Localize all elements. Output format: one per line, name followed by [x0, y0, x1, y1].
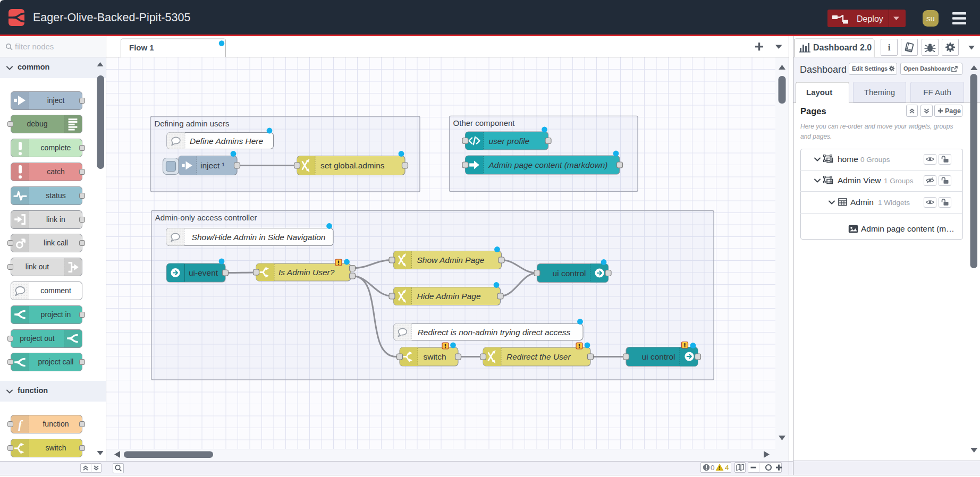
svg-text:Admin page content (markdown): Admin page content (markdown) — [488, 160, 608, 169]
svg-text:Defining admin users: Defining admin users — [155, 119, 230, 128]
svg-text:Layout: Layout — [806, 88, 832, 97]
svg-text:user profile: user profile — [489, 137, 530, 146]
svg-text:Deploy: Deploy — [857, 14, 883, 23]
svg-text:Page: Page — [945, 107, 961, 115]
svg-text:Redirect is non-admin trying d: Redirect is non-admin trying direct acce… — [418, 328, 571, 337]
svg-text:filter nodes: filter nodes — [15, 42, 54, 51]
svg-text:Redirect the User: Redirect the User — [506, 352, 571, 361]
svg-text:Show/Hide Admin in Side Naviga: Show/Hide Admin in Side Navigation — [192, 233, 326, 242]
svg-text:ui control: ui control — [642, 352, 675, 361]
svg-text:Dashboard 2.0: Dashboard 2.0 — [813, 43, 872, 52]
svg-text:inject ¹: inject ¹ — [200, 161, 225, 170]
svg-text:su: su — [926, 14, 935, 23]
svg-text:Define Admins Here: Define Admins Here — [190, 137, 264, 146]
svg-text:Other component: Other component — [453, 118, 516, 127]
svg-text:set global.admins: set global.admins — [320, 161, 385, 170]
svg-text:4: 4 — [725, 464, 729, 472]
svg-text:ui-event: ui-event — [189, 268, 218, 277]
svg-text:Admin-only access controller: Admin-only access controller — [155, 213, 257, 222]
svg-text:Is Admin User?: Is Admin User? — [278, 268, 335, 277]
svg-text:Show Admin Page: Show Admin Page — [417, 255, 485, 265]
svg-text:switch: switch — [423, 352, 446, 361]
svg-text:Flow 1: Flow 1 — [129, 43, 154, 52]
svg-text:Eager-Olive-Backed-Pipit-5305: Eager-Olive-Backed-Pipit-5305 — [33, 11, 190, 24]
svg-text:Hide Admin Page: Hide Admin Page — [417, 292, 481, 301]
svg-text:0: 0 — [711, 464, 715, 472]
svg-text:ui control: ui control — [553, 269, 586, 278]
svg-text:i: i — [888, 42, 891, 53]
